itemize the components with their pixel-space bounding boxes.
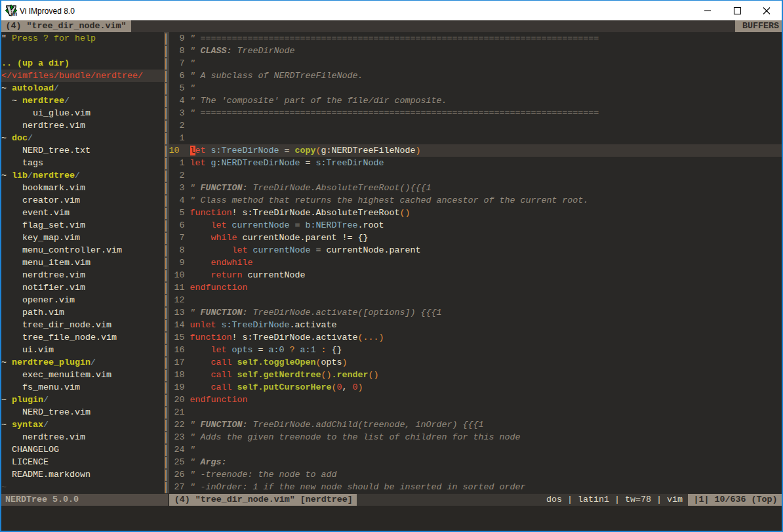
svg-text:im: im	[10, 10, 17, 16]
